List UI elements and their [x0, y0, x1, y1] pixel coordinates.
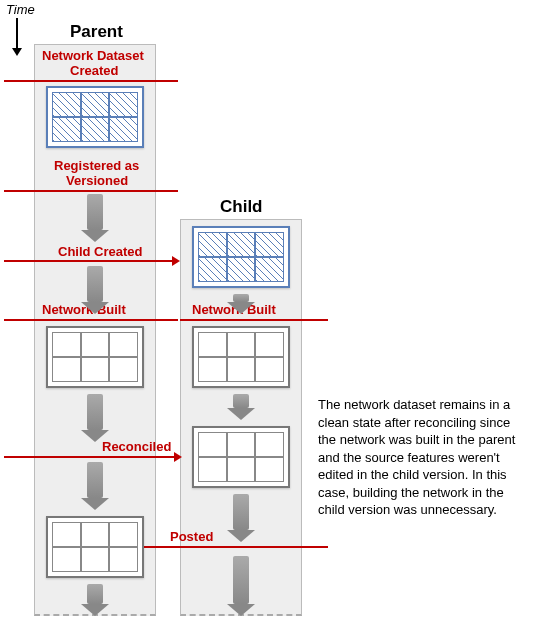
label-network-dataset-created-line1: Network Dataset: [42, 48, 144, 63]
explanation-text: The network dataset remains in a clean s…: [318, 396, 528, 519]
arrow-down-icon: [87, 266, 103, 302]
redline-nb-child: [180, 319, 328, 321]
child-dataset-initial: [192, 226, 290, 288]
time-arrow-icon: [16, 18, 18, 48]
redarrow-child-created: [4, 260, 172, 262]
parent-title: Parent: [70, 22, 123, 42]
arrow-down-icon: [233, 556, 249, 604]
diagram-canvas: Time Parent Child Network Dataset Create…: [0, 0, 539, 619]
redline-registered: [4, 190, 178, 192]
arrow-down-icon: [233, 494, 249, 530]
arrow-down-icon: [87, 394, 103, 430]
arrow-down-icon: [233, 394, 249, 408]
parent-dataset-initial: [46, 86, 144, 148]
redarrow-posted: [140, 546, 328, 548]
parent-dataset-built: [46, 326, 144, 388]
child-dataset-built: [192, 326, 290, 388]
label-child-created: Child Created: [58, 244, 143, 259]
arrow-down-icon: [87, 194, 103, 230]
arrow-down-icon: [87, 584, 103, 604]
label-reconciled: Reconciled: [102, 439, 171, 454]
label-network-dataset-created-line2: Created: [70, 63, 118, 78]
redline-nd-created: [4, 80, 178, 82]
child-dataset-reconciled: [192, 426, 290, 488]
child-title: Child: [220, 197, 263, 217]
label-versioned: Versioned: [66, 173, 128, 188]
label-posted: Posted: [170, 529, 213, 544]
label-registered-as: Registered as: [54, 158, 139, 173]
parent-dataset-posted: [46, 516, 144, 578]
time-label: Time: [6, 2, 35, 17]
arrow-down-icon: [87, 462, 103, 498]
redarrow-reconciled: [4, 456, 174, 458]
redline-nb-parent: [4, 319, 178, 321]
arrow-down-icon: [233, 294, 249, 302]
